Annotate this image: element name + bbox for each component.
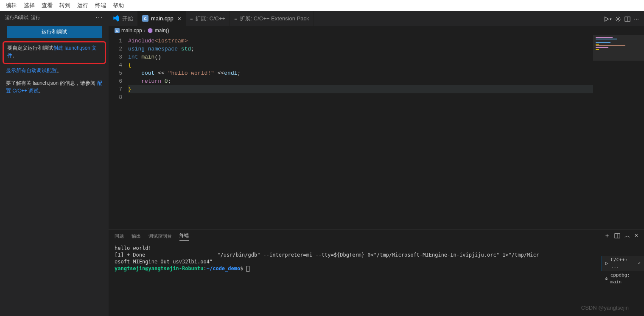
terminal-sidebar: ▷ C/C++: ... ✓ ✲ cppdbg: main <box>602 256 644 286</box>
svg-point-0 <box>618 18 619 20</box>
close-panel-icon[interactable]: × <box>635 230 638 241</box>
run-icon[interactable]: ▾ <box>604 15 612 22</box>
cpp-file-icon: C <box>115 28 120 33</box>
sidebar-header: 运行和调试: 运行 ··· <box>0 11 109 24</box>
line-gutter: 12345678 <box>109 35 128 229</box>
menu-help[interactable]: 帮助 <box>109 2 127 9</box>
main-editor-area: 开始 C main.cpp × ≡ 扩展: C/C++ ≡ 扩展: C/C++ … <box>109 11 644 316</box>
panel-tab-output[interactable]: 输出 <box>132 231 141 241</box>
more-icon[interactable]: ··· <box>94 14 104 21</box>
sidebar-title: 运行和调试: 运行 <box>5 14 40 21</box>
extension-icon: ≡ <box>234 16 237 21</box>
panel-tab-terminal[interactable]: 终端 <box>179 231 189 241</box>
menu-edit[interactable]: 编辑 <box>3 2 20 9</box>
split-editor-icon[interactable] <box>624 15 630 22</box>
menu-select[interactable]: 选择 <box>20 2 38 9</box>
menubar: 编辑 选择 查看 转到 运行 终端 帮助 <box>0 0 644 11</box>
run-debug-button[interactable]: 运行和调试 <box>7 26 102 38</box>
minimap[interactable] <box>593 35 644 95</box>
tab-ext-cpp[interactable]: ≡ 扩展: C/C++ <box>186 11 230 26</box>
sidebar: 运行和调试: 运行 ··· 运行和调试 要自定义运行和调试创建 launch.j… <box>0 11 109 316</box>
menu-run[interactable]: 运行 <box>74 2 92 9</box>
show-all-configs: 显示所有自动调试配置。 <box>0 64 109 77</box>
more-actions-icon[interactable]: ··· <box>634 15 639 22</box>
panel-tab-problems[interactable]: 问题 <box>115 231 124 241</box>
editor-tabs: 开始 C main.cpp × ≡ 扩展: C/C++ ≡ 扩展: C/C++ … <box>109 11 644 26</box>
terminal-line: [1] + Done"/usr/bin/gdb" --interpreter=m… <box>115 252 638 258</box>
extension-icon: ≡ <box>190 16 193 21</box>
terminal-line: hello world! <box>115 245 638 252</box>
panel-tab-debugconsole[interactable]: 调试控制台 <box>148 231 172 241</box>
close-icon[interactable]: × <box>178 15 181 22</box>
code-editor[interactable]: 12345678 #include<iostream>using namespa… <box>109 35 644 229</box>
cpp-file-icon: C <box>142 15 148 22</box>
new-terminal-icon[interactable]: ＋ <box>604 230 610 241</box>
chevron-right-icon: › <box>144 28 146 34</box>
terminal[interactable]: hello world! [1] + Done"/usr/bin/gdb" --… <box>109 242 644 316</box>
terminal-line: osoft-MIEngine-Out-usv32lbi.oo4" <box>115 258 638 265</box>
split-terminal-icon[interactable] <box>614 230 620 241</box>
tab-actions: ▾ ··· <box>599 11 644 26</box>
help-para: 要了解有关 launch.json 的信息，请参阅 配置 C/C++ 调试。 <box>0 77 109 97</box>
maximize-panel-icon[interactable]: ︿ <box>624 230 630 241</box>
terminal-prompt: yangtsejin@yangtsejin-Robuntu:~/code_dem… <box>115 265 638 272</box>
terminal-task-icon: ▷ <box>605 260 608 267</box>
tab-ext-cpp-pack[interactable]: ≡ 扩展: C/C++ Extension Pack <box>230 11 314 26</box>
tab-welcome[interactable]: 开始 <box>109 11 138 26</box>
content-area: 运行和调试: 运行 ··· 运行和调试 要自定义运行和调试创建 launch.j… <box>0 11 644 316</box>
terminal-debug-row[interactable]: ✲ cppdbg: main <box>602 271 644 286</box>
panel-tabs: 问题 输出 调试控制台 终端 ＋ ︿ × <box>109 229 644 242</box>
terminal-cursor <box>246 266 249 272</box>
menu-view[interactable]: 查看 <box>38 2 56 9</box>
bug-icon: ✲ <box>605 275 608 282</box>
bottom-panel: 问题 输出 调试控制台 终端 ＋ ︿ × hello world! [1] + … <box>109 229 644 316</box>
breadcrumb[interactable]: C main.cpp › main() <box>109 26 644 35</box>
code-content[interactable]: #include<iostream>using namespace std;in… <box>128 35 644 229</box>
menu-terminal[interactable]: 终端 <box>92 2 109 9</box>
vscode-icon <box>113 15 120 22</box>
tab-main-cpp[interactable]: C main.cpp × <box>138 11 186 26</box>
settings-icon[interactable] <box>615 15 621 22</box>
show-all-link[interactable]: 显示所有自动调试配置 <box>6 67 57 73</box>
symbol-method-icon <box>147 28 153 34</box>
menu-goto[interactable]: 转到 <box>56 2 74 9</box>
launch-config-hint: 要自定义运行和调试创建 launch.json 文件。 <box>3 41 106 64</box>
terminal-task-row[interactable]: ▷ C/C++: ... ✓ <box>602 256 644 271</box>
